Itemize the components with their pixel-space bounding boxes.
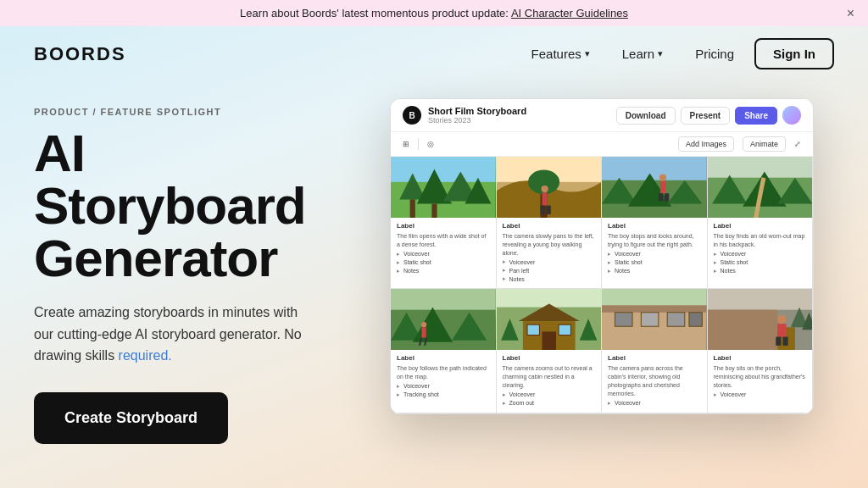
scene-label-5: Label: [397, 354, 490, 362]
banner-close-button[interactable]: ×: [847, 6, 854, 21]
scene-image-4: [708, 157, 813, 218]
svg-rect-22: [660, 181, 665, 193]
nav-features[interactable]: Features ▾: [520, 42, 602, 66]
svg-rect-45: [559, 325, 570, 336]
scene-image-container-6: [497, 289, 602, 350]
scene-shot-2: ▸ Pan left: [503, 267, 596, 274]
announcement-banner: Learn about Boords' latest momentous pro…: [0, 0, 868, 26]
scene-voiceover-2: ▸ Voiceover: [503, 258, 596, 265]
scene-voiceover-1: ▸ Voiceover: [397, 251, 490, 258]
animate-button[interactable]: Animate: [743, 136, 786, 152]
svg-rect-24: [665, 193, 669, 201]
scene-label-2: Label: [503, 222, 596, 230]
toolbar-grid-icon[interactable]: ⊞: [403, 140, 409, 148]
svg-rect-59: [708, 310, 777, 350]
logo[interactable]: BOORDS: [34, 43, 503, 65]
svg-rect-15: [546, 206, 550, 214]
scene-notes-2: ▸ Notes: [503, 275, 596, 282]
scene-info-5: Label The boy follows the path indicated…: [391, 350, 496, 404]
scene-image-8: [708, 289, 813, 350]
scene-shot-3: ▸ Static shot: [608, 259, 701, 266]
scene-svg-2: [497, 157, 602, 218]
scene-text-7: The camera pans across the cabin's inter…: [608, 364, 701, 397]
nav-pricing[interactable]: Pricing: [683, 42, 746, 66]
expand-icon[interactable]: ⤢: [794, 140, 801, 148]
scene-label-6: Label: [503, 354, 596, 362]
download-button[interactable]: Download: [616, 107, 676, 125]
hero-title: AI Storyboard Generator: [34, 127, 356, 285]
present-button[interactable]: Present: [681, 107, 731, 125]
svg-rect-51: [602, 306, 707, 313]
svg-rect-61: [777, 324, 786, 337]
scene-voiceover-4: ▸ Voiceover: [714, 251, 807, 258]
scene-shot-1: ▸ Static shot: [397, 259, 490, 266]
create-storyboard-button[interactable]: Create Storyboard: [34, 392, 228, 444]
svg-point-35: [421, 322, 426, 327]
toolbar-separator: [418, 138, 419, 150]
scene-info-4: Label The boy finds an old worn-out map …: [708, 218, 813, 280]
scene-shot-4: ▸ Static shot: [714, 259, 807, 266]
scene-info-8: Label The boy sits on the porch, reminis…: [708, 350, 813, 403]
scene-label-4: Label: [714, 222, 807, 230]
scene-notes-4: ▸ Notes: [714, 268, 807, 274]
nav-learn[interactable]: Learn ▾: [610, 42, 675, 66]
svg-rect-55: [689, 313, 702, 326]
add-images-button[interactable]: Add Images: [678, 136, 734, 152]
app-project-subtitle: Stories 2023: [428, 116, 609, 125]
storyboard-cell-5[interactable]: Label The boy follows the path indicated…: [391, 289, 497, 413]
scene-voiceover-6: ▸ Voiceover: [503, 391, 596, 398]
app-toolbar: ⊞ ◎ Add Images Animate ⤢: [391, 132, 813, 157]
scene-image-2: [497, 157, 602, 218]
banner-link[interactable]: AI Character Guidelines: [511, 7, 628, 19]
app-header: B Short Film Storyboard Stories 2023 Dow…: [391, 99, 813, 132]
toolbar-zoom-icon[interactable]: ◎: [427, 140, 434, 148]
scene-image-7: [602, 289, 707, 350]
svg-rect-23: [659, 193, 663, 201]
sign-in-button[interactable]: Sign In: [754, 38, 834, 69]
scene-text-2: The camera slowly pans to the left, reve…: [503, 232, 596, 257]
hero-app-preview: B Short Film Storyboard Stories 2023 Dow…: [390, 98, 834, 414]
svg-rect-7: [431, 204, 437, 218]
scene-label-7: Label: [608, 354, 701, 362]
scene-label-3: Label: [608, 222, 701, 230]
svg-rect-31: [391, 289, 496, 310]
breadcrumb: PRODUCT / FEATURE SPOTLIGHT: [34, 107, 356, 117]
scene-voiceover-8: ▸ Voiceover: [714, 391, 807, 398]
app-header-actions: Download Present Share: [616, 106, 801, 125]
scene-voiceover-5: ▸ Voiceover: [397, 383, 490, 390]
svg-rect-52: [615, 313, 632, 326]
storyboard-cell-3[interactable]: Label The boy stops and looks around, tr…: [602, 157, 708, 289]
scene-shot-5: ▸ Tracking shot: [397, 391, 490, 398]
app-screenshot: B Short Film Storyboard Stories 2023 Dow…: [390, 98, 814, 414]
storyboard-cell-6[interactable]: Label The camera zooms out to reveal a c…: [497, 289, 603, 413]
scene-image-6: [497, 289, 602, 350]
scene-info-6: Label The camera zooms out to reveal a c…: [497, 350, 602, 412]
scene-label-8: Label: [714, 354, 807, 362]
hero-content: PRODUCT / FEATURE SPOTLIGHT AI Storyboar…: [34, 98, 356, 444]
scene-notes-1: ▸ Notes: [397, 268, 490, 274]
svg-rect-14: [540, 206, 544, 214]
app-project-title: Short Film Storyboard: [428, 106, 609, 116]
scene-svg-5: [391, 289, 496, 350]
scene-svg-3: [602, 157, 707, 218]
svg-point-60: [777, 315, 786, 324]
svg-rect-13: [542, 192, 547, 205]
storyboard-cell-8[interactable]: Label The boy sits on the porch, reminis…: [708, 289, 814, 413]
storyboard-cell-7[interactable]: Label The camera pans across the cabin's…: [602, 289, 708, 413]
storyboard-cell-1[interactable]: Label The film opens with a wide shot of…: [391, 157, 497, 289]
svg-rect-44: [527, 325, 539, 336]
scene-text-5: The boy follows the path indicated on th…: [397, 364, 490, 381]
scene-svg-4: [708, 157, 813, 218]
scene-svg-8: [708, 289, 813, 350]
svg-rect-62: [776, 337, 781, 346]
scene-info-2: Label The camera slowly pans to the left…: [497, 218, 602, 288]
svg-rect-6: [410, 199, 415, 218]
scene-text-1: The film opens with a wide shot of a den…: [397, 232, 490, 249]
svg-point-12: [541, 186, 548, 192]
scene-image-container-1: [391, 157, 496, 218]
storyboard-cell-4[interactable]: Label The boy finds an old worn-out map …: [708, 157, 814, 289]
storyboard-cell-2[interactable]: Label The camera slowly pans to the left…: [497, 157, 603, 289]
share-button[interactable]: Share: [735, 107, 777, 125]
required-link[interactable]: required.: [119, 348, 172, 363]
storyboard-grid: Label The film opens with a wide shot of…: [391, 157, 813, 413]
